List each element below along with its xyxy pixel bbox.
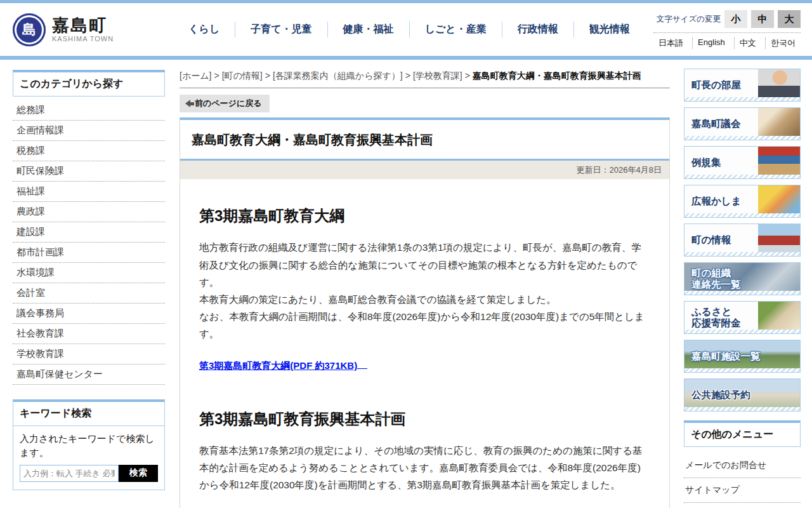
updated-bar: 更新日：2026年4月8日 bbox=[180, 161, 669, 179]
breadcrumb-divider bbox=[180, 88, 670, 88]
sidebar-item-welfare[interactable]: 福祉課 bbox=[13, 182, 165, 202]
lang-korean[interactable]: 한국어 bbox=[765, 37, 801, 49]
updated-date: 更新日：2026年4月8日 bbox=[577, 164, 662, 176]
local-products-photo bbox=[758, 302, 800, 330]
section1-paragraph: 地方教育行政の組織及び運営に関する法律第1条の3第1項の規定により、町長が、嘉島… bbox=[199, 239, 650, 342]
section2-paragraph: 教育基本法第17条第2項の規定により、その地域の実情に応じ、教育の振興のための施… bbox=[199, 442, 650, 493]
logo-subtitle: KASHIMA TOWN bbox=[52, 35, 114, 43]
law-books-photo bbox=[758, 147, 800, 175]
sidebar-item-construction[interactable]: 建設課 bbox=[13, 222, 165, 243]
breadcrumb-separator: > bbox=[214, 70, 219, 81]
breadcrumb: [ホーム]>[町の情報]>[各課業務案内（組織から探す）]>[学校教育課]>嘉島… bbox=[180, 69, 670, 83]
main-nav: くらし 子育て・児童 健康・福祉 しごと・産業 行政情報 観光情報 bbox=[173, 22, 653, 37]
nav-work-industry[interactable]: しごと・産業 bbox=[409, 22, 502, 37]
sidebar-item-planning-info[interactable]: 企画情報課 bbox=[13, 121, 165, 141]
sidebar-item-general-affairs[interactable]: 総務課 bbox=[13, 100, 165, 121]
nav-childcare[interactable]: 子育て・児童 bbox=[235, 22, 327, 37]
breadcrumb-school-education[interactable]: [学校教育課] bbox=[413, 70, 462, 81]
back-to-previous-button[interactable]: 前のページに戻る bbox=[180, 95, 270, 112]
category-box-title: このカテゴリから探す bbox=[13, 70, 165, 97]
sidebar-item-resident-insurance[interactable]: 町民保険課 bbox=[13, 161, 165, 182]
section2-heading: 第3期嘉島町教育振興基本計画 bbox=[199, 409, 650, 429]
menu-item-email-contact[interactable]: メールでのお問合せ bbox=[684, 453, 801, 478]
sidebar-item-social-education[interactable]: 社会教育課 bbox=[13, 324, 165, 344]
town-building-photo bbox=[758, 224, 800, 252]
breadcrumb-separator: > bbox=[465, 70, 470, 81]
sidebar-item-health-center[interactable]: 嘉島町保健センター bbox=[13, 364, 165, 385]
keyword-search-box: キーワード検索 入力されたキーワードで検索します。 検索 bbox=[13, 399, 165, 490]
section1-line3: なお、本教育大綱の計画期間は、令和8年度(2026年度)から令和12年度(203… bbox=[199, 308, 650, 342]
font-size-large-button[interactable]: 大 bbox=[778, 10, 801, 28]
town-emblem-icon: 島 bbox=[13, 13, 46, 46]
other-menu-list: メールでのお問合せ サイトマップ bbox=[684, 453, 801, 503]
search-description: 入力されたキーワードで検索します。 bbox=[20, 432, 158, 460]
site-logo[interactable]: 島 嘉島町 KASHIMA TOWN bbox=[13, 13, 155, 46]
pdf-link-education-policy[interactable]: 第3期嘉島町教育大綱(PDF 約371KB) bbox=[199, 360, 367, 372]
lang-japanese[interactable]: 日本語 bbox=[653, 37, 688, 49]
breadcrumb-departments[interactable]: [各課業務案内（組織から探す）] bbox=[273, 70, 403, 81]
banner-regulations[interactable]: 例規集 bbox=[684, 146, 801, 179]
nav-tourism-info[interactable]: 観光情報 bbox=[573, 22, 645, 37]
breadcrumb-separator: > bbox=[405, 70, 410, 81]
font-size-medium-button[interactable]: 中 bbox=[751, 10, 774, 28]
lang-chinese[interactable]: 中文 bbox=[734, 37, 761, 49]
article-panel: 嘉島町教育大綱・嘉島町教育振興基本計画 更新日：2026年4月8日 第3期嘉島町… bbox=[180, 117, 670, 508]
lang-english[interactable]: English bbox=[692, 37, 730, 49]
banner-organization-contacts[interactable]: 町の組織 連絡先一覧 bbox=[684, 262, 801, 295]
main-content: [ホーム]>[町の情報]>[各課業務案内（組織から探す）]>[学校教育課]>嘉島… bbox=[180, 69, 670, 508]
logo-title: 嘉島町 bbox=[52, 17, 114, 34]
site-header: 島 嘉島町 KASHIMA TOWN くらし 子育て・児童 健康・福祉 しごと・… bbox=[0, 0, 812, 60]
left-sidebar: このカテゴリから探す 総務課 企画情報課 税務課 町民保険課 福祉課 農政課 建… bbox=[13, 70, 165, 508]
sidebar-item-accounting[interactable]: 会計室 bbox=[13, 283, 165, 304]
breadcrumb-home[interactable]: [ホーム] bbox=[180, 70, 211, 81]
sidebar-item-agriculture[interactable]: 農政課 bbox=[13, 202, 165, 222]
menu-item-sitemap[interactable]: サイトマップ bbox=[684, 478, 801, 503]
language-switcher: 日本語 English 中文 한국어 bbox=[653, 32, 801, 49]
nav-government-info[interactable]: 行政情報 bbox=[502, 22, 573, 37]
font-size-label: 文字サイズの変更 bbox=[657, 14, 721, 25]
breadcrumb-town-info[interactable]: [町の情報] bbox=[222, 70, 263, 81]
newsletter-photo bbox=[758, 185, 800, 213]
banner-town-information[interactable]: 町の情報 bbox=[684, 224, 801, 257]
other-menu-title: その他のメニュー bbox=[684, 420, 801, 447]
mayor-photo bbox=[758, 69, 800, 97]
back-arrow-icon bbox=[185, 100, 190, 107]
breadcrumb-current-page: 嘉島町教育大綱・嘉島町教育振興基本計画 bbox=[473, 70, 641, 81]
nav-health-welfare[interactable]: 健康・福祉 bbox=[327, 22, 409, 37]
search-input[interactable] bbox=[20, 465, 119, 482]
banner-hometown-donation[interactable]: ふるさと 応援寄附金 bbox=[684, 301, 801, 334]
sidebar-item-school-education[interactable]: 学校教育課 bbox=[13, 344, 165, 364]
sidebar-item-urban-planning[interactable]: 都市計画課 bbox=[13, 243, 165, 263]
banner-public-facility-reservation[interactable]: 公共施設予約 bbox=[684, 378, 801, 411]
section1-heading: 第3期嘉島町教育大綱 bbox=[199, 206, 650, 226]
font-size-small-button[interactable]: 小 bbox=[724, 10, 747, 28]
emblem-character: 島 bbox=[22, 20, 36, 39]
banner-town-council[interactable]: 嘉島町議会 bbox=[684, 107, 801, 140]
page-title: 嘉島町教育大綱・嘉島町教育振興基本計画 bbox=[180, 120, 669, 159]
council-chamber-photo bbox=[758, 108, 800, 136]
banner-facility-list[interactable]: 嘉島町施設一覧 bbox=[684, 340, 801, 373]
back-button-label: 前のページに戻る bbox=[195, 98, 262, 109]
banner-mayors-room[interactable]: 町長の部屋 bbox=[684, 69, 801, 102]
search-box-title: キーワード検索 bbox=[13, 402, 164, 426]
sidebar-item-tax[interactable]: 税務課 bbox=[13, 141, 165, 161]
search-button[interactable]: 検索 bbox=[119, 465, 158, 482]
category-list: 総務課 企画情報課 税務課 町民保険課 福祉課 農政課 建設課 都市計画課 水環… bbox=[13, 100, 165, 385]
right-sidebar: 町長の部屋 嘉島町議会 例規集 広報かしま 町の情報 町の組織 連絡先一覧 ふる… bbox=[684, 69, 801, 503]
section1-line1: 地方教育行政の組織及び運営に関する法律第1条の3第1項の規定により、町長が、嘉島… bbox=[199, 239, 650, 290]
section1-line2: 本教育大綱の策定にあたり、嘉島町総合教育会議での協議を経て策定しました。 bbox=[199, 291, 650, 308]
nav-living[interactable]: くらし bbox=[173, 22, 235, 37]
sidebar-item-council-secretariat[interactable]: 議会事務局 bbox=[13, 304, 165, 324]
sidebar-item-water-environment[interactable]: 水環境課 bbox=[13, 263, 165, 283]
banner-public-relations[interactable]: 広報かしま bbox=[684, 185, 801, 218]
breadcrumb-separator: > bbox=[265, 70, 270, 81]
